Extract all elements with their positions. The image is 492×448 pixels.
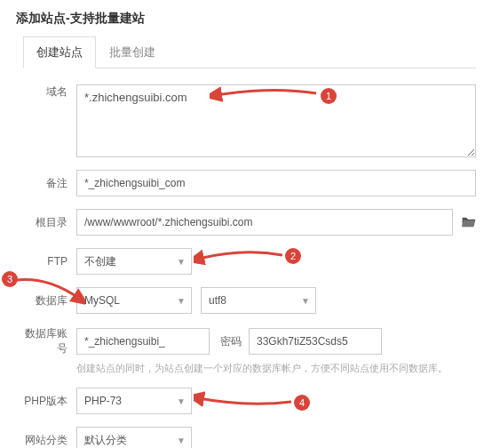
label-ftp: FTP [23, 255, 76, 268]
row-php: PHP版本 PHP-73 ▼ 4 [23, 388, 476, 414]
chevron-down-icon: ▼ [177, 257, 186, 267]
modal-title: 添加站点-支持批量建站 [0, 0, 492, 36]
db-value: MySQL [84, 294, 120, 307]
label-domain: 域名 [23, 84, 76, 100]
php-value: PHP-73 [84, 395, 122, 407]
row-db: 数据库 MySQL ▼ utf8 ▼ 3 [23, 287, 476, 314]
domain-input[interactable] [76, 84, 476, 157]
root-input[interactable] [76, 209, 453, 236]
row-category: 网站分类 默认分类 ▼ [23, 427, 476, 448]
php-select[interactable]: PHP-73 ▼ [76, 388, 192, 414]
folder-icon[interactable] [462, 215, 476, 230]
ftp-value: 不创建 [84, 254, 116, 269]
db-account-input[interactable] [76, 328, 210, 355]
row-root: 根目录 [23, 209, 476, 236]
tab-batch[interactable]: 批量创建 [96, 36, 169, 68]
row-db-account: 数据库账号 密码 [23, 326, 476, 356]
label-remark: 备注 [23, 176, 76, 191]
label-php: PHP版本 [23, 394, 76, 409]
tab-create[interactable]: 创建站点 [23, 36, 96, 68]
chevron-down-icon: ▼ [301, 296, 310, 306]
row-ftp: FTP 不创建 ▼ 2 [23, 248, 476, 275]
badge-4: 4 [294, 395, 310, 411]
category-value: 默认分类 [84, 433, 127, 448]
category-select[interactable]: 默认分类 ▼ [76, 427, 192, 448]
arrow-2 [194, 244, 290, 268]
remark-input[interactable] [76, 170, 476, 196]
arrow-4 [194, 389, 298, 412]
badge-1: 1 [321, 88, 337, 104]
db-select[interactable]: MySQL ▼ [76, 287, 192, 314]
charset-value: utf8 [209, 294, 226, 307]
row-remark: 备注 [23, 170, 476, 196]
label-db: 数据库 [23, 293, 76, 308]
chevron-down-icon: ▼ [177, 436, 186, 445]
label-db-account: 数据库账号 [23, 326, 76, 356]
charset-select[interactable]: utf8 ▼ [201, 287, 316, 314]
label-root: 根目录 [23, 215, 76, 230]
label-category: 网站分类 [23, 433, 76, 448]
chevron-down-icon: ▼ [177, 296, 186, 306]
password-input[interactable] [249, 328, 382, 355]
db-hint: 创建站点的同时，为站点创建一个对应的数据库帐户，方便不同站点使用不同数据库。 [76, 362, 476, 375]
chevron-down-icon: ▼ [177, 396, 186, 406]
ftp-select[interactable]: 不创建 ▼ [76, 248, 192, 275]
form-panel: 创建站点 批量创建 域名 1 备注 根目录 FTP 不创建 ▼ 2 [0, 36, 492, 448]
badge-3: 3 [2, 271, 18, 287]
row-domain: 域名 1 [23, 84, 476, 157]
badge-2: 2 [285, 248, 301, 264]
tabs: 创建站点 批量创建 [23, 36, 476, 68]
label-password: 密码 [220, 334, 242, 349]
